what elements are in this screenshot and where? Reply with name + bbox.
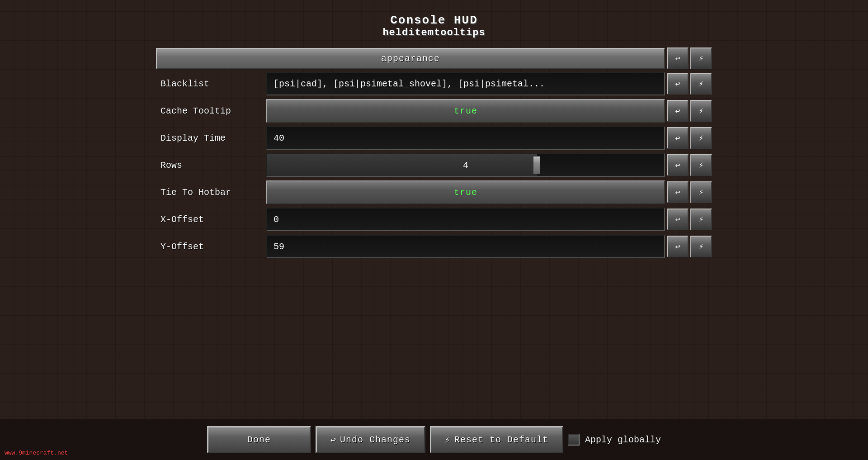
done-button[interactable]: Done <box>207 426 311 453</box>
y-offset-row: Y-Offset ↩ ⚡ <box>156 234 712 259</box>
y-offset-reset-btn[interactable]: ⚡ <box>690 236 712 257</box>
display-time-reset-btn[interactable]: ⚡ <box>690 127 712 149</box>
x-offset-reset-btn[interactable]: ⚡ <box>690 209 712 230</box>
category-row: appearance ↩ ⚡ <box>156 47 712 69</box>
x-offset-row: X-Offset ↩ ⚡ <box>156 207 712 232</box>
cache-tooltip-toggle[interactable]: true <box>266 99 665 123</box>
display-time-label: Display Time <box>156 133 264 143</box>
rows-slider[interactable]: 4 <box>266 153 665 177</box>
display-time-row: Display Time ↩ ⚡ <box>156 125 712 151</box>
apply-globally-checkbox[interactable] <box>568 434 580 446</box>
x-offset-value[interactable] <box>266 208 665 231</box>
reset-default-label: Reset to Default <box>454 435 548 445</box>
blacklist-reset-btn[interactable]: ⚡ <box>690 73 712 95</box>
rows-reset-btn[interactable]: ⚡ <box>690 154 712 176</box>
blacklist-label: Blacklist <box>156 79 264 89</box>
category-undo-btn[interactable]: ↩ <box>667 47 689 69</box>
y-offset-value[interactable] <box>266 235 665 258</box>
tie-hotbar-undo-btn[interactable]: ↩ <box>667 181 689 203</box>
x-offset-input[interactable] <box>266 208 665 231</box>
blacklist-undo-btn[interactable]: ↩ <box>667 73 689 95</box>
rows-undo-btn[interactable]: ↩ <box>667 154 689 176</box>
x-offset-undo-btn[interactable]: ↩ <box>667 209 689 230</box>
title-line2: helditemtooltips <box>382 27 485 38</box>
cache-tooltip-row: Cache Tooltip true ↩ ⚡ <box>156 98 712 123</box>
slider-value-label: 4 <box>267 160 664 171</box>
tie-hotbar-row: Tie To Hotbar true ↩ ⚡ <box>156 180 712 205</box>
tie-hotbar-value[interactable]: true <box>266 180 665 204</box>
y-offset-input[interactable] <box>266 235 665 258</box>
watermark: www.9minecraft.net <box>5 450 68 456</box>
title-area: Console HUD helditemtooltips <box>382 14 485 38</box>
display-time-undo-btn[interactable]: ↩ <box>667 127 689 149</box>
category-reset-btn[interactable]: ⚡ <box>690 47 712 69</box>
tie-hotbar-label: Tie To Hotbar <box>156 187 264 198</box>
apply-globally-label: Apply globally <box>585 435 661 445</box>
tie-hotbar-reset-btn[interactable]: ⚡ <box>690 181 712 203</box>
config-panel: appearance ↩ ⚡ Blacklist ↩ ⚡ Cache Toolt… <box>156 47 712 261</box>
undo-icon: ↩ <box>330 434 336 446</box>
display-time-input[interactable] <box>266 126 665 150</box>
title-line1: Console HUD <box>382 14 485 27</box>
reset-icon: ⚡ <box>445 434 451 446</box>
category-label: appearance <box>156 48 665 69</box>
undo-changes-label: Undo Changes <box>340 435 410 445</box>
reset-default-button[interactable]: ⚡ Reset to Default <box>430 426 563 453</box>
y-offset-undo-btn[interactable]: ↩ <box>667 236 689 257</box>
cache-tooltip-label: Cache Tooltip <box>156 106 264 116</box>
cache-tooltip-value[interactable]: true <box>266 99 665 123</box>
apply-globally-area: Apply globally <box>568 434 661 446</box>
bottom-bar: Done ↩ Undo Changes ⚡ Reset to Default A… <box>0 419 868 460</box>
blacklist-input[interactable] <box>266 72 665 95</box>
tie-hotbar-toggle[interactable]: true <box>266 180 665 204</box>
undo-changes-button[interactable]: ↩ Undo Changes <box>316 426 425 453</box>
cache-tooltip-reset-btn[interactable]: ⚡ <box>690 100 712 122</box>
rows-value[interactable]: 4 <box>266 153 665 177</box>
done-label: Done <box>247 435 271 445</box>
y-offset-label: Y-Offset <box>156 242 264 252</box>
rows-label: Rows <box>156 160 264 171</box>
blacklist-row: Blacklist ↩ ⚡ <box>156 71 712 96</box>
cache-tooltip-undo-btn[interactable]: ↩ <box>667 100 689 122</box>
x-offset-label: X-Offset <box>156 214 264 225</box>
display-time-value[interactable] <box>266 126 665 150</box>
rows-row: Rows 4 ↩ ⚡ <box>156 152 712 178</box>
blacklist-value[interactable] <box>266 72 665 95</box>
